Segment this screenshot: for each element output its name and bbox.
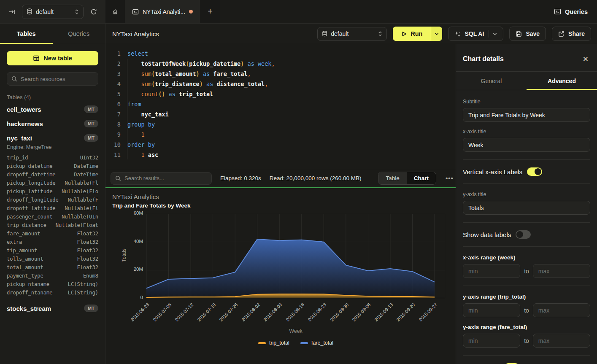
chart-title: NYTaxi Analytics [112, 193, 159, 200]
x-axis-range-min-input[interactable] [463, 264, 520, 278]
column-row: total_amountFloat32 [7, 263, 98, 272]
sql-ai-button[interactable]: SQL AI [448, 27, 503, 41]
new-table-label: New table [43, 55, 72, 62]
y-axis-range-fare-row: to [463, 334, 590, 348]
column-name: fare_amount [7, 229, 40, 238]
code-line: 10order by [111, 140, 456, 150]
search-icon [11, 76, 17, 82]
line-number: 11 [111, 150, 121, 160]
chart-legend: trip_totalfare_total [146, 340, 445, 346]
subtitle-field-label: Subtitle [463, 99, 590, 105]
legend-swatch [258, 342, 266, 344]
y-axis-range-trip-min-input[interactable] [463, 303, 520, 317]
code-text: toStartOfWeek(pickup_datetime) as week, [127, 59, 275, 69]
sql-ai-label: SQL AI [465, 30, 484, 37]
panel-tab-general[interactable]: General [456, 72, 527, 90]
show-data-labels-row: Show data labels [463, 230, 590, 239]
home-tab[interactable] [105, 0, 125, 23]
queries-icon [554, 8, 561, 15]
x-axis-title-input[interactable] [463, 138, 590, 152]
query-tab[interactable]: NYTaxi Analyti... [125, 0, 200, 23]
refresh-icon[interactable] [88, 6, 100, 18]
column-row: tip_amountFloat32 [7, 246, 98, 255]
column-name: dropoff_latitude [7, 204, 56, 213]
results-search-input[interactable] [124, 175, 207, 181]
sidebar: Tables Queries New table Tables (4) cell… [0, 24, 105, 364]
database-selector[interactable]: default [22, 5, 84, 19]
run-button-main[interactable]: Run [393, 27, 431, 41]
column-type: Nullable(Flo [62, 187, 98, 196]
x-axis-range-max-input[interactable] [533, 264, 590, 278]
y-axis-range-fare-max-input[interactable] [533, 334, 590, 348]
toolbar-database-selector[interactable]: default [317, 27, 387, 41]
column-name: dropoff_datetime [7, 170, 56, 179]
panel-body: Subtitle x-axis title Vertical x-axis La… [456, 90, 597, 364]
panel-tab-advanced[interactable]: Advanced [527, 72, 597, 90]
sidebar-table-hackernews[interactable]: hackernewsMT [7, 116, 98, 131]
results-search[interactable] [111, 172, 212, 185]
y-axis-range-trip-row: to [463, 303, 590, 317]
sidebar-tab-queries[interactable]: Queries [53, 24, 105, 44]
save-button[interactable]: Save [509, 27, 546, 41]
line-number: 2 [111, 59, 121, 69]
sidebar-tab-tables[interactable]: Tables [0, 24, 53, 44]
chart-details-panel: Chart details ✕ General Advanced Subtitl… [456, 44, 597, 364]
column-type: Float32 [77, 238, 98, 246]
y-axis-title-input[interactable] [463, 201, 590, 215]
sidebar-table-stocks_stream[interactable]: stocks_streamMT [7, 301, 98, 315]
legend-item-fare_total[interactable]: fare_total [300, 340, 333, 346]
column-name: payment_type [7, 272, 43, 280]
code-text: group by [127, 119, 155, 129]
divider [463, 286, 590, 286]
collapse-sidebar-icon[interactable] [6, 6, 18, 18]
resource-search[interactable] [7, 72, 98, 86]
sidebar-table-nyc_taxi[interactable]: nyc_taxiMT [7, 131, 98, 145]
table-engine: Engine: MergeTree [7, 144, 98, 150]
column-type: LC(String) [68, 280, 98, 289]
queries-button[interactable]: Queries [554, 8, 588, 15]
legend-item-trip_total[interactable]: trip_total [258, 340, 289, 346]
topbar-left: default [0, 0, 105, 23]
engine-badge: MT [84, 305, 98, 312]
column-name: pickup_longitude [7, 179, 56, 187]
close-icon[interactable]: ✕ [583, 56, 589, 63]
column-row: trip_distanceNullable(Float [7, 221, 98, 229]
code-text: count() as trip_total [127, 89, 213, 99]
sql-editor[interactable]: 1select2 toStartOfWeek(pickup_datetime) … [105, 44, 456, 169]
column-row: trip_idUInt32 [7, 154, 98, 162]
view-toggle-chart[interactable]: Chart [407, 172, 436, 184]
chevron-updown-icon [75, 9, 79, 15]
subtitle-input[interactable] [463, 108, 590, 122]
chevron-down-icon [493, 32, 497, 35]
column-type: Float32 [77, 263, 98, 272]
sidebar-table-cell_towers[interactable]: cell_towersMT [7, 102, 98, 116]
share-button[interactable]: Share [552, 27, 591, 41]
vertical-x-labels-toggle[interactable] [527, 167, 542, 176]
sql-ai-caret[interactable] [489, 30, 497, 38]
run-button[interactable]: Run [393, 27, 442, 41]
database-icon [27, 8, 32, 15]
column-row: dropoff_latitudeNullable(Fl [7, 204, 98, 213]
column-name: pickup_ntaname [7, 280, 49, 289]
code-text: sum(trip_distance) as distance_total, [127, 79, 268, 89]
share-icon [558, 31, 565, 37]
code-text: 1 asc [127, 150, 158, 160]
column-row: pickup_datetimeDateTime [7, 162, 98, 170]
code-line: 1select [111, 49, 456, 59]
results-more-menu[interactable]: ••• [445, 175, 454, 182]
table-name: cell_towers [7, 106, 41, 113]
y-axis-range-trip-max-input[interactable] [533, 303, 590, 317]
new-tab-button[interactable]: + [200, 0, 220, 23]
code-line: 11 1 asc [111, 150, 456, 160]
run-options-caret[interactable] [431, 27, 442, 41]
toggle-knob [516, 231, 523, 238]
line-number: 10 [111, 140, 121, 150]
view-toggle-table[interactable]: Table [378, 172, 406, 184]
column-name: dropoff_ntaname [7, 289, 52, 297]
y-axis-range-fare-min-input[interactable] [463, 334, 520, 348]
divider [463, 159, 590, 160]
column-name: pickup_datetime [7, 162, 52, 170]
resource-search-input[interactable] [21, 76, 94, 82]
new-table-button[interactable]: New table [7, 51, 98, 65]
show-data-labels-toggle[interactable] [516, 230, 531, 239]
